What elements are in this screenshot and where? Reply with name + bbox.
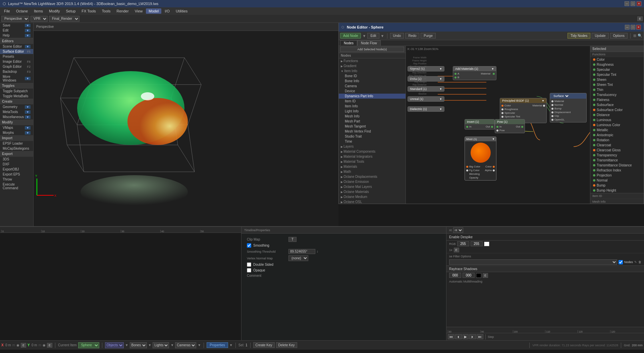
sidebar-item-metatools[interactable]: MetaTools ▼ (0, 109, 33, 114)
unreal-node[interactable]: Unreal (1) ▼ (408, 96, 444, 102)
viewport[interactable]: Perspective (34, 23, 338, 226)
menu-fxtools[interactable]: FX Tools (79, 8, 99, 14)
sidebar-item-surface-editor[interactable]: Surface Editor F5 (0, 49, 33, 54)
material-integrators-group[interactable]: Material Integrators (339, 154, 406, 159)
layers-group[interactable]: Layers (339, 144, 406, 149)
nodes-edit-icon[interactable]: ✎ (634, 260, 637, 264)
bone-info-item[interactable]: Bone Info (339, 79, 406, 84)
time-item[interactable]: Time (339, 139, 406, 144)
surface-node[interactable]: Surface Material Normal Bump Displacemen… (550, 93, 587, 122)
add-node-btn[interactable]: Add Node (340, 33, 361, 39)
sidebar-item-edit[interactable]: Edit ▼ (0, 28, 33, 33)
tab-node-flow[interactable]: Node Flow (357, 40, 381, 46)
edit-btn[interactable]: Edit (367, 33, 379, 39)
sidebar-item-presets[interactable]: Presets (0, 54, 33, 59)
smoothing-threshold-input[interactable] (288, 249, 315, 254)
sidebar-item-graph-editor[interactable]: Graph Editor F2 (0, 64, 33, 69)
b-e-btn[interactable]: E (454, 248, 459, 252)
menu-file[interactable]: File (1, 8, 13, 14)
close-btn[interactable]: ✕ (637, 1, 641, 6)
sidebar-item-geometry[interactable]: Geometry ▼ (0, 104, 33, 109)
sidebar-item-throw[interactable]: Throw (0, 177, 33, 182)
shadow-r-input[interactable]: 000 (449, 273, 461, 278)
current-item-select[interactable]: Sphere (78, 342, 99, 348)
device-item[interactable]: Device (339, 89, 406, 94)
bone-id-item[interactable]: Bone ID (339, 73, 406, 79)
sidebar-item-exportobj[interactable]: ExportOBJ (0, 167, 33, 172)
sidebar-item-vmaps[interactable]: VMaps ▼ (0, 125, 33, 130)
node-editor-max-btn[interactable]: □ (631, 25, 635, 30)
sidebar-item-execute[interactable]: Execute Command (0, 182, 33, 191)
menu-io[interactable]: I/O (162, 8, 172, 14)
zoom-icon[interactable]: ⊞ (633, 34, 636, 38)
lights-select[interactable]: Lights (153, 342, 169, 348)
octane-mat-layers-group[interactable]: Octane Mat Layers (339, 184, 406, 189)
octane-materials-group[interactable]: Octane Materials (339, 189, 406, 194)
sidebar-item-morphs[interactable]: Morphs ▼ (0, 130, 33, 135)
g-input[interactable]: 255 (471, 241, 483, 246)
delete-key-btn[interactable]: Delete Key (276, 342, 297, 348)
redo-btn[interactable]: Redo (405, 33, 419, 39)
menu-octane[interactable]: Octane (13, 8, 31, 14)
node-editor-min-btn[interactable]: ─ (625, 25, 630, 30)
timeline-tracks[interactable] (0, 233, 241, 340)
material-components-group[interactable]: Material Components (339, 149, 406, 154)
nodes-dropdown[interactable] (449, 259, 617, 265)
bones-expand-icon[interactable]: ▼ (148, 343, 152, 347)
double-sided-checkbox[interactable] (247, 262, 251, 267)
add-selected-nodes-btn[interactable]: Add Selected Node(s) (340, 47, 404, 52)
sidebar-item-image-editor[interactable]: Image Editor F6 (0, 59, 33, 64)
sidebar-item-scene-editor[interactable]: Scene Editor ▼ (0, 44, 33, 49)
toolbar-e-btn[interactable]: E (637, 16, 643, 21)
invert-node[interactable]: Invert (1) InOut (465, 119, 495, 130)
item-info2-item[interactable]: Item Info (339, 104, 406, 109)
shadow-e-btn[interactable]: E (483, 273, 488, 278)
octane-osl-group[interactable]: Octane OSL (339, 199, 406, 204)
smoothing-adjust-icon[interactable]: ↕ (317, 250, 318, 253)
sidebar-item-help[interactable]: Help ▼ (0, 33, 33, 38)
functions-group[interactable]: Functions (339, 58, 406, 63)
mixer-node[interactable]: Mixer (1) ▼ Big ColorColor Fg ColorAlpha… (465, 137, 496, 181)
viewport-canvas[interactable]: X Y (34, 31, 338, 226)
properties-tab-btn[interactable]: Properties (207, 342, 228, 348)
menu-utilities[interactable]: Utilities (173, 8, 190, 14)
dielectric-node[interactable]: Dielectric (1) ▼ (408, 106, 444, 112)
tab-nodes[interactable]: Nodes (340, 40, 357, 46)
bones-select[interactable]: Bones (130, 342, 147, 348)
node-canvas[interactable]: X:-31 Y:138 Zoom:91% (406, 46, 590, 204)
sidebar-item-mocap[interactable]: MoCapSkelegons (0, 146, 33, 151)
mesh-info-item[interactable]: Mesh Info (339, 114, 406, 119)
purge-btn[interactable]: Purge (421, 33, 436, 39)
r-input[interactable]: 255 (457, 241, 469, 246)
x-adjust-icon[interactable]: ◉ (16, 343, 19, 347)
minimize-btn[interactable]: ─ (625, 1, 629, 6)
y-adjust-icon[interactable]: ◉ (43, 343, 46, 347)
y-e-btn[interactable]: E (47, 343, 52, 348)
item-info-group[interactable]: Item Info (339, 68, 406, 73)
studio-trait-item[interactable]: Studio Trait (339, 134, 406, 139)
color-swatch[interactable] (484, 242, 489, 246)
sidebar-item-miscellaneous[interactable]: Miscellaneous ▼ (0, 114, 33, 119)
render-select[interactable]: Final_Render (49, 16, 79, 22)
surface-select[interactable]: Surface (552, 94, 570, 98)
x-e-btn[interactable]: E (21, 343, 26, 348)
tidy-nodes-btn[interactable]: Tidy Nodes (568, 33, 590, 39)
gradient-group[interactable]: Gradient (339, 63, 406, 68)
mesh-tangent-item[interactable]: Mesh Tangent (339, 124, 406, 129)
octane-emission-group[interactable]: Octane Emission (339, 179, 406, 184)
sidebar-item-save[interactable]: Save ▼ (0, 23, 33, 28)
cameras-expand-icon[interactable]: ▼ (198, 343, 201, 347)
node-editor-close-btn[interactable]: ✕ (636, 25, 641, 30)
undo-btn[interactable]: Undo (390, 33, 404, 39)
opaque-checkbox[interactable] (247, 268, 251, 272)
camera-item[interactable]: Camera (339, 84, 406, 89)
objects-select[interactable]: Objects (105, 342, 124, 348)
shadow-g-input[interactable]: 000 (463, 273, 475, 278)
surface-type-select[interactable]: nt (453, 228, 463, 233)
sidebar-item-export-eps[interactable]: Export EPS (0, 172, 33, 177)
menu-view[interactable]: View (132, 8, 146, 14)
octane-medium-group[interactable]: Octane Medium (339, 194, 406, 199)
update-btn[interactable]: Update (592, 33, 608, 39)
menu-items[interactable]: Items (31, 8, 46, 14)
nodes-del-icon[interactable]: 🗑 (638, 260, 641, 264)
